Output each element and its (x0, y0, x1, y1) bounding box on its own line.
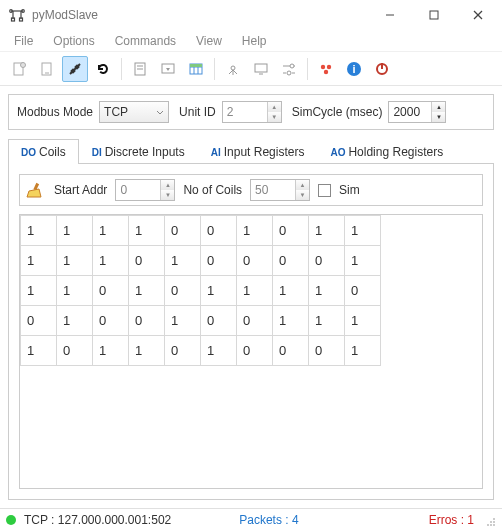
coil-cell[interactable]: 1 (345, 336, 381, 366)
coil-cell[interactable]: 1 (21, 216, 57, 246)
start-addr-value: 0 (120, 183, 127, 197)
coil-grid[interactable]: 1111001011111010000111010111100100100111… (19, 214, 483, 489)
maximize-button[interactable] (412, 1, 456, 29)
modbus-mode-select[interactable]: TCP (99, 101, 169, 123)
coil-cell[interactable]: 1 (129, 216, 165, 246)
coil-cell[interactable]: 0 (93, 276, 129, 306)
unit-id-input[interactable]: 2 ▲▼ (222, 101, 282, 123)
coil-cell[interactable]: 0 (237, 336, 273, 366)
coil-cell[interactable]: 1 (237, 216, 273, 246)
tab-discrete-inputs[interactable]: DIDiscrete Inputs (79, 139, 198, 164)
no-of-coils-input[interactable]: 50 ▲▼ (250, 179, 310, 201)
coil-cell[interactable]: 0 (93, 306, 129, 336)
table-row: 1011010001 (21, 336, 381, 366)
spin-up-icon[interactable]: ▲ (160, 180, 174, 190)
coil-cell[interactable]: 0 (165, 336, 201, 366)
minimize-button[interactable] (368, 1, 412, 29)
menu-view[interactable]: View (188, 32, 230, 50)
coil-cell[interactable]: 0 (201, 216, 237, 246)
coil-cell[interactable]: 1 (309, 276, 345, 306)
menu-file[interactable]: File (6, 32, 41, 50)
close-button[interactable] (456, 1, 500, 29)
coil-cell[interactable]: 1 (129, 336, 165, 366)
coil-cell[interactable]: 1 (201, 336, 237, 366)
status-tcp: TCP : 127.000.000.001:502 (24, 513, 171, 527)
coil-cell[interactable]: 0 (21, 306, 57, 336)
coil-cell[interactable]: 0 (237, 246, 273, 276)
screen-icon[interactable] (248, 56, 274, 82)
coil-cell[interactable]: 1 (345, 216, 381, 246)
coil-cell[interactable]: 1 (129, 276, 165, 306)
coil-cell[interactable]: 1 (201, 276, 237, 306)
coil-cell[interactable]: 0 (201, 246, 237, 276)
coil-cell[interactable]: 1 (309, 216, 345, 246)
coil-cell[interactable]: 1 (57, 216, 93, 246)
coil-cell[interactable]: 0 (273, 246, 309, 276)
coil-cell[interactable]: 0 (273, 336, 309, 366)
simcycle-input[interactable]: 2000 ▲▼ (388, 101, 446, 123)
coil-cell[interactable]: 0 (309, 246, 345, 276)
coil-cell[interactable]: 1 (93, 336, 129, 366)
spin-up-icon[interactable]: ▲ (267, 102, 281, 112)
coil-cell[interactable]: 1 (21, 246, 57, 276)
spin-down-icon[interactable]: ▼ (295, 190, 309, 200)
tab-coils[interactable]: DOCoils (8, 139, 79, 164)
coil-cell[interactable]: 1 (21, 336, 57, 366)
coil-cell[interactable]: 1 (57, 306, 93, 336)
coil-cell[interactable]: 0 (309, 336, 345, 366)
sim-checkbox[interactable] (318, 184, 331, 197)
coil-cell[interactable]: 1 (273, 306, 309, 336)
monitor-icon[interactable] (155, 56, 181, 82)
coil-cell[interactable]: 0 (57, 336, 93, 366)
power-icon[interactable] (369, 56, 395, 82)
coil-cell[interactable]: 0 (129, 306, 165, 336)
coil-cell[interactable]: 0 (165, 276, 201, 306)
spin-down-icon[interactable]: ▼ (160, 190, 174, 200)
menu-commands[interactable]: Commands (107, 32, 184, 50)
modbus-icon[interactable] (220, 56, 246, 82)
resize-grip[interactable] (482, 513, 496, 527)
coil-cell[interactable]: 1 (345, 306, 381, 336)
help-icon[interactable] (313, 56, 339, 82)
coil-cell[interactable]: 1 (165, 246, 201, 276)
info-icon[interactable]: i (341, 56, 367, 82)
spin-up-icon[interactable]: ▲ (431, 102, 445, 112)
no-of-coils-label: No of Coils (183, 183, 242, 197)
tab-input-registers[interactable]: AIInput Registers (198, 139, 318, 164)
spin-down-icon[interactable]: ▼ (267, 112, 281, 122)
coil-cell[interactable]: 1 (165, 306, 201, 336)
new-icon[interactable] (6, 56, 32, 82)
settings-icon[interactable] (276, 56, 302, 82)
menu-options[interactable]: Options (45, 32, 102, 50)
coil-cell[interactable]: 0 (129, 246, 165, 276)
coil-cell[interactable]: 0 (165, 216, 201, 246)
coil-cell[interactable]: 1 (237, 276, 273, 306)
coil-cell[interactable]: 1 (93, 216, 129, 246)
refresh-icon[interactable] (90, 56, 116, 82)
coil-cell[interactable]: 1 (21, 276, 57, 306)
titlebar: pyModSlave (0, 0, 502, 30)
connect-icon[interactable] (62, 56, 88, 82)
svg-rect-30 (255, 64, 267, 72)
coil-cell[interactable]: 1 (309, 306, 345, 336)
coil-cell[interactable]: 1 (273, 276, 309, 306)
coil-cell[interactable]: 0 (201, 306, 237, 336)
open-icon[interactable] (34, 56, 60, 82)
spin-up-icon[interactable]: ▲ (295, 180, 309, 190)
coil-cell[interactable]: 0 (237, 306, 273, 336)
coil-cell[interactable]: 0 (273, 216, 309, 246)
start-addr-input[interactable]: 0 ▲▼ (115, 179, 175, 201)
tab-holding-registers[interactable]: AOHolding Registers (317, 139, 456, 164)
svg-point-46 (490, 521, 492, 523)
coil-cell[interactable]: 1 (57, 276, 93, 306)
coil-cell[interactable]: 1 (345, 246, 381, 276)
clear-icon[interactable] (24, 180, 46, 200)
spin-down-icon[interactable]: ▼ (431, 112, 445, 122)
coil-cell[interactable]: 1 (57, 246, 93, 276)
doc-icon[interactable] (127, 56, 153, 82)
svg-point-43 (490, 524, 492, 526)
table-icon[interactable] (183, 56, 209, 82)
coil-cell[interactable]: 0 (345, 276, 381, 306)
coil-cell[interactable]: 1 (93, 246, 129, 276)
menu-help[interactable]: Help (234, 32, 275, 50)
